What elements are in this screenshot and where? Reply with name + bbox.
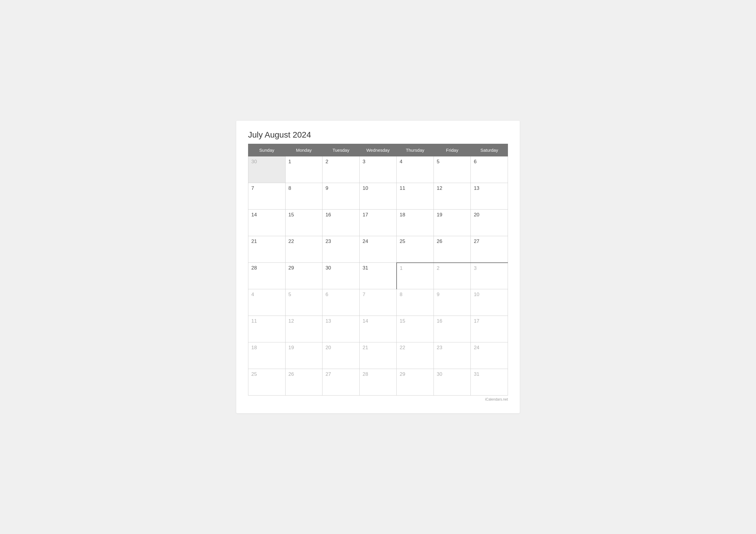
header-cell-wednesday: Wednesday [359, 144, 397, 156]
watermark: iCalendars.net [248, 397, 508, 401]
calendar-cell: 18 [248, 342, 285, 369]
calendar-title: July August 2024 [248, 130, 508, 140]
calendar-cell: 22 [397, 342, 434, 369]
calendar-cell: 14 [248, 210, 285, 236]
calendar-cell: 25 [397, 236, 434, 263]
calendar-cell: 10 [471, 289, 508, 316]
header-cell-friday: Friday [434, 144, 471, 156]
calendar-week-row: 21222324252627 [248, 236, 508, 263]
calendar-cell: 13 [471, 183, 508, 210]
calendar-cell: 22 [285, 236, 322, 263]
calendar-week-row: 45678910 [248, 289, 508, 316]
calendar-cell: 5 [285, 289, 322, 316]
calendar-cell: 21 [359, 342, 397, 369]
calendar-cell: 20 [471, 210, 508, 236]
calendar-cell: 11 [397, 183, 434, 210]
calendar-cell: 8 [285, 183, 322, 210]
calendar-table: SundayMondayTuesdayWednesdayThursdayFrid… [248, 144, 508, 395]
calendar-cell: 23 [434, 342, 471, 369]
calendar-cell: 27 [322, 369, 360, 395]
calendar-cell: 12 [434, 183, 471, 210]
calendar-cell: 24 [471, 342, 508, 369]
calendar-week-row: 78910111213 [248, 183, 508, 210]
calendar-cell: 17 [359, 210, 397, 236]
calendar-cell: 11 [248, 316, 285, 342]
calendar-cell: 28 [248, 263, 285, 289]
calendar-cell: 6 [322, 289, 360, 316]
calendar-body: 3012345678910111213141516171819202122232… [248, 156, 508, 395]
calendar-cell: 19 [434, 210, 471, 236]
calendar-cell: 9 [322, 183, 360, 210]
calendar-cell: 16 [434, 316, 471, 342]
calendar-week-row: 14151617181920 [248, 210, 508, 236]
calendar-cell: 25 [248, 369, 285, 395]
calendar-week-row: 25262728293031 [248, 369, 508, 395]
calendar-cell: 10 [359, 183, 397, 210]
calendar-cell: 2 [434, 263, 471, 289]
header-cell-monday: Monday [285, 144, 322, 156]
calendar-cell: 19 [285, 342, 322, 369]
calendar-cell: 23 [322, 236, 360, 263]
calendar-week-row: 30123456 [248, 156, 508, 183]
calendar-cell: 14 [359, 316, 397, 342]
calendar-cell: 20 [322, 342, 360, 369]
calendar-cell: 1 [397, 263, 434, 289]
calendar-cell: 13 [322, 316, 360, 342]
header-cell-tuesday: Tuesday [322, 144, 360, 156]
calendar-cell: 31 [359, 263, 397, 289]
calendar-cell: 5 [434, 156, 471, 183]
header-cell-saturday: Saturday [471, 144, 508, 156]
calendar-week-row: 11121314151617 [248, 316, 508, 342]
calendar-cell: 21 [248, 236, 285, 263]
calendar-cell: 26 [434, 236, 471, 263]
calendar-cell: 29 [285, 263, 322, 289]
calendar-cell: 30 [322, 263, 360, 289]
calendar-cell: 29 [397, 369, 434, 395]
calendar-container: July August 2024 SundayMondayTuesdayWedn… [236, 121, 520, 413]
calendar-cell: 7 [359, 289, 397, 316]
header-cell-sunday: Sunday [248, 144, 285, 156]
calendar-header: SundayMondayTuesdayWednesdayThursdayFrid… [248, 144, 508, 156]
calendar-cell: 24 [359, 236, 397, 263]
calendar-cell: 12 [285, 316, 322, 342]
calendar-cell: 8 [397, 289, 434, 316]
calendar-cell: 26 [285, 369, 322, 395]
calendar-cell: 17 [471, 316, 508, 342]
calendar-cell: 18 [397, 210, 434, 236]
calendar-cell: 30 [248, 156, 285, 183]
calendar-cell: 15 [397, 316, 434, 342]
header-row: SundayMondayTuesdayWednesdayThursdayFrid… [248, 144, 508, 156]
calendar-cell: 3 [471, 263, 508, 289]
header-cell-thursday: Thursday [397, 144, 434, 156]
calendar-cell: 3 [359, 156, 397, 183]
calendar-cell: 15 [285, 210, 322, 236]
calendar-cell: 27 [471, 236, 508, 263]
calendar-cell: 31 [471, 369, 508, 395]
calendar-cell: 6 [471, 156, 508, 183]
calendar-cell: 16 [322, 210, 360, 236]
calendar-cell: 30 [434, 369, 471, 395]
calendar-cell: 7 [248, 183, 285, 210]
calendar-week-row: 28293031123 [248, 263, 508, 289]
calendar-cell: 4 [248, 289, 285, 316]
calendar-cell: 9 [434, 289, 471, 316]
calendar-cell: 28 [359, 369, 397, 395]
calendar-cell: 2 [322, 156, 360, 183]
calendar-cell: 4 [397, 156, 434, 183]
calendar-week-row: 18192021222324 [248, 342, 508, 369]
calendar-cell: 1 [285, 156, 322, 183]
